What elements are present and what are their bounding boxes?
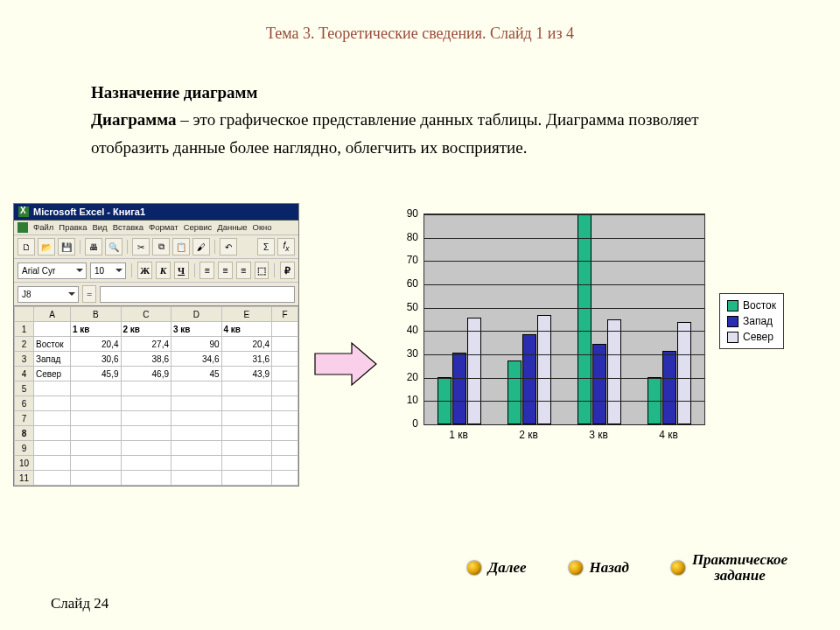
align-center-icon[interactable]: ≡: [218, 262, 233, 279]
cell[interactable]: [34, 322, 71, 337]
next-button[interactable]: Далее: [467, 559, 527, 577]
cell[interactable]: 4 кв: [221, 322, 272, 337]
col-B[interactable]: B: [71, 307, 122, 322]
cell[interactable]: [172, 426, 222, 441]
cell[interactable]: [221, 456, 272, 471]
row-header[interactable]: 9: [15, 441, 34, 456]
cell[interactable]: [221, 441, 272, 456]
cell[interactable]: [221, 471, 272, 486]
row-header[interactable]: 10: [15, 456, 34, 471]
cell[interactable]: [71, 382, 122, 396]
cut-icon[interactable]: ✂: [132, 238, 150, 256]
cell[interactable]: [172, 471, 222, 486]
cell[interactable]: [71, 471, 122, 486]
underline-button[interactable]: Ч: [174, 262, 189, 279]
cell[interactable]: [71, 456, 122, 471]
cell[interactable]: 43,9: [221, 367, 272, 382]
cell[interactable]: [121, 441, 172, 456]
formula-eq[interactable]: =: [82, 285, 96, 303]
cell[interactable]: 38,6: [121, 352, 172, 367]
cell[interactable]: [172, 441, 222, 456]
cell[interactable]: [272, 382, 298, 396]
italic-button[interactable]: К: [156, 262, 171, 279]
cell[interactable]: [272, 396, 298, 411]
practice-button[interactable]: Практическоезадание: [671, 552, 788, 584]
cell[interactable]: [221, 426, 272, 441]
cell[interactable]: [71, 396, 122, 411]
cell[interactable]: 45,9: [71, 367, 122, 382]
back-button[interactable]: Назад: [569, 559, 629, 577]
cell[interactable]: [71, 441, 122, 456]
row-header[interactable]: 8: [15, 426, 34, 441]
autosum-icon[interactable]: Σ: [257, 238, 275, 256]
cell[interactable]: [34, 426, 71, 441]
cell[interactable]: [34, 382, 71, 396]
cell[interactable]: 46,9: [121, 367, 172, 382]
menu-view[interactable]: Вид: [92, 222, 107, 233]
cell[interactable]: 2 кв: [121, 322, 172, 337]
cell[interactable]: [34, 471, 71, 486]
merge-icon[interactable]: ⬚: [255, 262, 270, 279]
cell[interactable]: [172, 456, 222, 471]
cell[interactable]: Север: [34, 367, 71, 382]
cell[interactable]: [272, 456, 298, 471]
menu-window[interactable]: Окно: [253, 222, 272, 233]
row-header[interactable]: 11: [15, 471, 34, 486]
bold-button[interactable]: Ж: [137, 262, 152, 279]
cell[interactable]: [272, 337, 298, 352]
menu-edit[interactable]: Правка: [59, 222, 87, 233]
formula-input[interactable]: [100, 286, 295, 303]
cell[interactable]: 20,4: [221, 337, 272, 352]
col-D[interactable]: D: [172, 307, 222, 322]
cell[interactable]: [71, 426, 122, 441]
cell[interactable]: [34, 396, 71, 411]
cell[interactable]: [172, 411, 222, 426]
cell[interactable]: Восток: [34, 337, 71, 352]
new-icon[interactable]: 🗋: [18, 238, 35, 256]
col-A[interactable]: A: [34, 307, 71, 322]
menu-data[interactable]: Данные: [217, 222, 247, 233]
row-header[interactable]: 6: [15, 396, 34, 411]
cell[interactable]: [272, 441, 298, 456]
save-icon[interactable]: 💾: [58, 238, 75, 256]
col-E[interactable]: E: [221, 307, 272, 322]
cell[interactable]: [272, 322, 298, 337]
cell[interactable]: [71, 411, 122, 426]
cell[interactable]: [121, 471, 172, 486]
open-icon[interactable]: 📂: [38, 238, 55, 256]
cell[interactable]: [34, 456, 71, 471]
cell[interactable]: 34,6: [172, 352, 222, 367]
row-header[interactable]: 1: [15, 322, 34, 337]
cell[interactable]: [172, 382, 222, 396]
cell[interactable]: [172, 396, 222, 411]
menu-insert[interactable]: Вставка: [113, 222, 144, 233]
cell[interactable]: [121, 411, 172, 426]
cell[interactable]: 27,4: [121, 337, 172, 352]
copy-icon[interactable]: ⧉: [152, 238, 170, 256]
cell[interactable]: [221, 396, 272, 411]
function-icon[interactable]: fx: [277, 238, 295, 256]
cell[interactable]: [272, 367, 298, 382]
row-header[interactable]: 3: [15, 352, 34, 367]
paste-icon[interactable]: 📋: [172, 238, 190, 256]
cell[interactable]: 3 кв: [172, 322, 222, 337]
align-left-icon[interactable]: ≡: [200, 262, 214, 279]
currency-icon[interactable]: ₽: [280, 262, 295, 279]
row-header[interactable]: 2: [15, 337, 34, 352]
align-right-icon[interactable]: ≡: [236, 262, 251, 279]
size-combo[interactable]: 10: [90, 262, 126, 279]
menu-file[interactable]: Файл: [33, 222, 53, 233]
cell[interactable]: [34, 411, 71, 426]
print-icon[interactable]: 🖶: [85, 238, 102, 256]
cell[interactable]: [221, 382, 272, 396]
cell[interactable]: [121, 396, 172, 411]
select-all[interactable]: [15, 307, 34, 322]
row-header[interactable]: 7: [15, 411, 34, 426]
cell[interactable]: 20,4: [71, 337, 122, 352]
preview-icon[interactable]: 🔍: [105, 238, 122, 256]
cell[interactable]: [221, 411, 272, 426]
cell[interactable]: Запад: [34, 352, 71, 367]
row-header[interactable]: 5: [15, 382, 34, 396]
cell[interactable]: 90: [172, 337, 222, 352]
cell[interactable]: [121, 426, 172, 441]
